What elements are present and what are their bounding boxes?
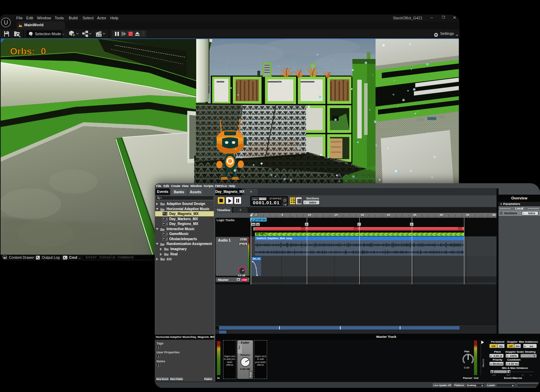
svg-text:Orbs:: Orbs: xyxy=(10,46,35,57)
svg-text:U: U xyxy=(4,19,8,26)
svg-text:0: 0 xyxy=(41,46,46,57)
